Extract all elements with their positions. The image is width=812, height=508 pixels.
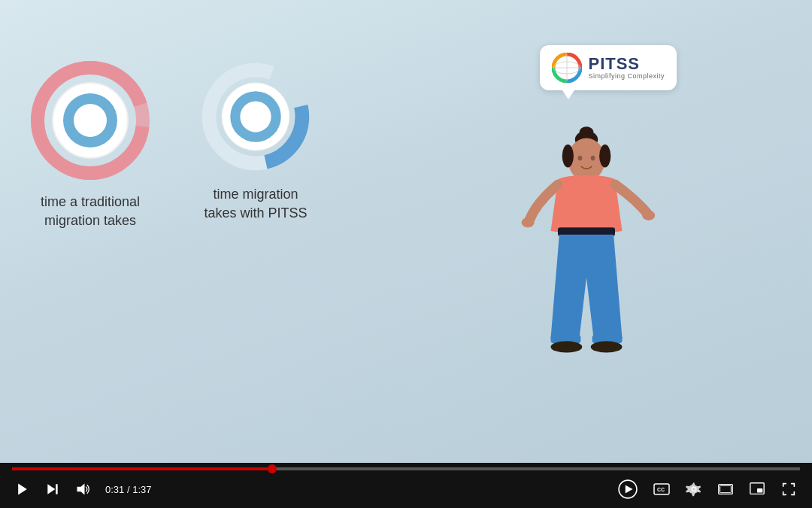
svg-point-15 — [580, 126, 594, 138]
settings-button[interactable] — [683, 478, 705, 500]
play-button[interactable] — [12, 479, 33, 500]
svg-text:CC: CC — [657, 487, 665, 492]
video-player: PITSS Simplifying Complexity — [0, 0, 812, 508]
character-figure — [511, 117, 662, 403]
pitss-logo-bubble: PITSS Simplifying Complexity — [540, 45, 677, 90]
video-frame[interactable]: PITSS Simplifying Complexity — [0, 0, 812, 463]
svg-point-25 — [522, 217, 535, 227]
svg-point-22 — [562, 144, 574, 167]
progress-fill — [12, 467, 272, 470]
charts-area: time a traditional migration takes — [30, 60, 316, 230]
captions-button[interactable]: CC — [650, 477, 674, 501]
pitss-tagline: Simplifying Complexity — [588, 72, 665, 80]
svg-marker-36 — [626, 485, 633, 494]
svg-point-29 — [551, 341, 583, 352]
svg-point-26 — [642, 210, 655, 220]
svg-marker-31 — [18, 484, 27, 495]
pitss-logo-text: PITSS Simplifying Complexity — [588, 56, 665, 80]
volume-button[interactable] — [72, 479, 93, 500]
pitss-name: PITSS — [588, 56, 665, 72]
svg-point-30 — [591, 341, 623, 352]
svg-rect-43 — [757, 488, 762, 493]
skip-next-button[interactable] — [42, 479, 63, 500]
chart-2-item: time migration takes with PITSS — [195, 60, 316, 223]
theater-mode-button[interactable] — [714, 478, 737, 500]
mini-player-button[interactable] — [746, 478, 768, 500]
time-display: 0:31 / 1:37 — [105, 484, 151, 495]
svg-rect-33 — [56, 484, 58, 494]
play-center-button[interactable] — [615, 476, 641, 502]
chart-2-label: time migration takes with PITSS — [195, 185, 316, 223]
svg-rect-41 — [720, 485, 732, 492]
chart-1-label: time a traditional migration takes — [30, 193, 150, 230]
svg-marker-32 — [47, 484, 55, 494]
svg-point-19 — [591, 156, 595, 161]
chart-2-visual — [199, 60, 312, 173]
fullscreen-button[interactable] — [777, 478, 800, 500]
controls-row: 0:31 / 1:37 CC — [12, 470, 800, 508]
svg-marker-34 — [77, 484, 85, 495]
progress-dot — [268, 464, 277, 473]
svg-point-18 — [578, 156, 583, 161]
controls-bar: 0:31 / 1:37 CC — [0, 463, 812, 508]
svg-point-23 — [599, 144, 611, 167]
chart-1-visual — [30, 60, 150, 181]
svg-point-17 — [568, 138, 604, 181]
svg-point-8 — [74, 104, 107, 137]
chart-1-item: time a traditional migration takes — [30, 60, 150, 230]
svg-point-13 — [240, 101, 271, 132]
progress-bar[interactable] — [12, 467, 800, 470]
